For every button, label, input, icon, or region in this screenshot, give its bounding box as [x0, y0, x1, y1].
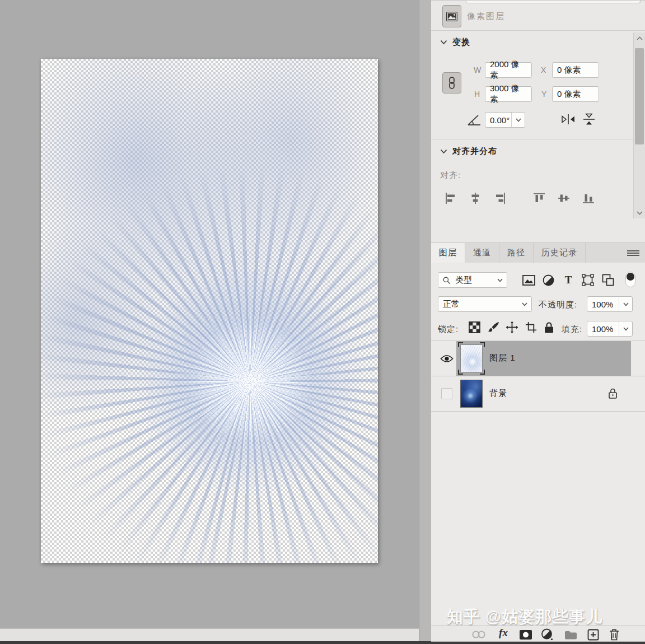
document-canvas[interactable]	[41, 59, 378, 563]
canvas-pasteboard[interactable]	[0, 0, 419, 628]
lock-position-move-icon[interactable]	[506, 321, 518, 334]
opacity-value: 100%	[587, 300, 619, 309]
row-divider	[431, 411, 645, 412]
constrain-proportions-button[interactable]	[442, 72, 461, 94]
link-layers-button[interactable]	[471, 628, 486, 641]
transform-collapse-chevron-icon[interactable]	[440, 40, 447, 45]
align-vertical-centers-button[interactable]	[557, 191, 571, 206]
lock-image-brush-icon[interactable]	[487, 321, 499, 334]
delete-layer-button[interactable]	[607, 628, 621, 641]
properties-scrollbar[interactable]	[633, 32, 645, 218]
align-section-title[interactable]: 对齐并分布	[452, 146, 497, 157]
x-field[interactable]: 0 像素	[552, 62, 599, 78]
align-top-button[interactable]	[532, 191, 546, 206]
align-left-button[interactable]	[443, 191, 458, 206]
visibility-eye-icon[interactable]	[440, 354, 454, 363]
lock-all-icon[interactable]	[544, 321, 554, 334]
filter-pixel-layers-button[interactable]	[521, 273, 536, 287]
align-bottom-button[interactable]	[581, 191, 596, 206]
lock-artboard-icon[interactable]	[525, 321, 538, 334]
filter-shape-layers-button[interactable]	[581, 273, 595, 287]
new-layer-button[interactable]	[586, 628, 600, 641]
transform-handle-icon	[458, 342, 463, 347]
scrollbar-thumb[interactable]	[635, 48, 644, 144]
align-right-button[interactable]	[493, 191, 507, 206]
opacity-dropdown[interactable]	[619, 297, 632, 311]
flip-vertical-icon[interactable]	[582, 113, 596, 126]
background-thumbnail-image	[460, 380, 483, 408]
height-label: H	[474, 90, 480, 99]
y-field[interactable]: 0 像素	[552, 86, 599, 102]
panel-tabbar: 图层 通道 路径 历史记录	[431, 242, 645, 263]
opacity-combobox[interactable]: 100%	[587, 296, 633, 312]
scroll-up-button[interactable]	[634, 32, 645, 44]
pixel-layer-button[interactable]	[442, 5, 461, 27]
filter-toggle-switch[interactable]	[625, 272, 635, 287]
search-icon	[442, 276, 451, 284]
filter-toggle-knob	[627, 273, 634, 281]
blend-mode-value: 正常	[438, 299, 518, 310]
tab-layers[interactable]: 图层	[431, 243, 465, 263]
visibility-checkbox[interactable]	[441, 388, 452, 399]
x-label: X	[541, 66, 546, 74]
fill-label: 填充:	[562, 324, 582, 335]
filter-smart-objects-button[interactable]	[601, 273, 615, 287]
chevron-down-icon	[623, 327, 629, 331]
chevron-down-icon	[522, 302, 527, 306]
align-horizontal-centers-icon	[469, 192, 482, 204]
trash-icon	[609, 628, 620, 641]
image-layer-icon	[446, 11, 458, 22]
layer-name[interactable]: 背景	[489, 388, 507, 399]
align-horizontal-centers-button[interactable]	[468, 191, 483, 206]
align-vertical-centers-icon	[558, 192, 570, 204]
layer-thumbnail-image	[460, 344, 483, 372]
width-value: 2000 像素	[490, 59, 527, 81]
layer-mask-icon	[519, 629, 532, 640]
width-label: W	[474, 66, 481, 74]
transform-section-title[interactable]: 变换	[452, 37, 470, 48]
tab-history[interactable]: 历史记录	[534, 243, 586, 263]
adjustment-layer-icon	[541, 628, 553, 641]
filter-kind-combobox[interactable]: 类型	[438, 272, 507, 288]
height-field[interactable]: 3000 像素	[485, 86, 532, 102]
fill-combobox[interactable]: 100%	[587, 321, 633, 337]
layer-thumbnail[interactable]	[460, 344, 483, 372]
lock-transparency-icon[interactable]	[468, 321, 481, 334]
y-label: Y	[541, 90, 546, 99]
image-filter-icon	[522, 275, 535, 286]
background-thumbnail[interactable]	[460, 380, 483, 408]
new-adjustment-layer-button[interactable]	[540, 628, 554, 641]
scroll-down-button[interactable]	[634, 207, 645, 218]
layer-name[interactable]: 图层 1	[489, 353, 516, 363]
add-layer-mask-button[interactable]	[518, 628, 533, 641]
tab-channels[interactable]: 通道	[465, 243, 499, 263]
blend-mode-dropdown[interactable]	[518, 297, 531, 311]
align-right-edges-icon	[494, 192, 506, 204]
align-bottom-edges-icon	[582, 192, 595, 204]
width-field[interactable]: 2000 像素	[485, 62, 532, 78]
layer-effects-button[interactable]: fx	[496, 626, 511, 640]
chevron-down-icon	[497, 278, 503, 282]
layer-row-1[interactable]: 图层 1	[431, 341, 645, 376]
filter-type-layers-button[interactable]: T	[561, 273, 576, 287]
fill-dropdown[interactable]	[619, 321, 632, 336]
properties-title: 像素图层	[467, 11, 505, 22]
height-value: 3000 像素	[490, 83, 527, 105]
rotation-angle-dropdown[interactable]	[511, 113, 525, 127]
layer-lock-icon	[608, 388, 618, 399]
flip-horizontal-icon[interactable]	[560, 114, 577, 125]
horizontal-scrollbar[interactable]	[0, 628, 419, 641]
y-value: 0 像素	[557, 89, 581, 100]
filter-adjustment-layers-button[interactable]	[541, 273, 555, 287]
rotation-angle-combobox[interactable]: 0.00°	[485, 112, 525, 128]
align-label: 对齐:	[440, 170, 461, 181]
new-group-button[interactable]	[563, 628, 578, 641]
layer-row-background[interactable]: 背景	[431, 376, 645, 411]
blend-mode-combobox[interactable]: 正常	[438, 296, 532, 312]
align-collapse-chevron-icon[interactable]	[440, 149, 447, 154]
tab-paths[interactable]: 路径	[499, 243, 534, 263]
filter-kind-dropdown[interactable]	[493, 273, 507, 287]
chevron-up-icon	[637, 36, 643, 40]
chevron-down-icon	[637, 211, 643, 215]
panel-menu-icon[interactable]	[627, 249, 639, 257]
